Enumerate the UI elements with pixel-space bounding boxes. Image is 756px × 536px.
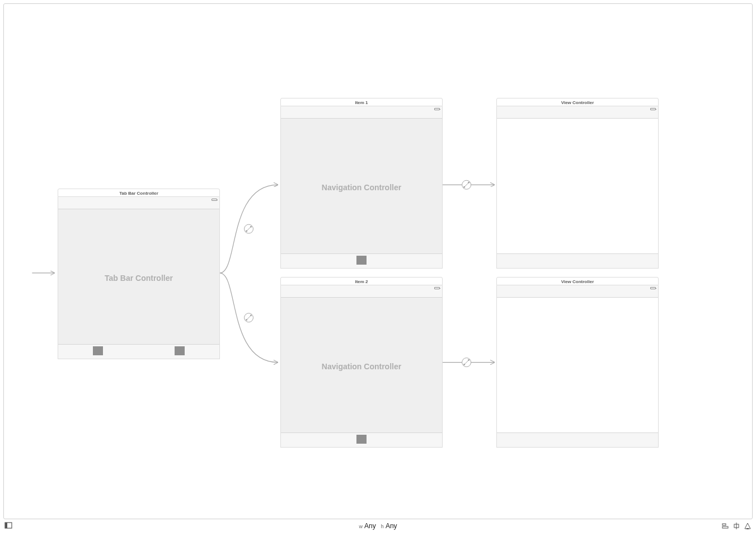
svg-rect-19 xyxy=(722,526,728,528)
svg-marker-22 xyxy=(745,523,750,529)
tab-bar xyxy=(497,253,658,268)
placeholder-label: Tab Bar Controller xyxy=(58,274,219,283)
battery-icon xyxy=(434,287,440,289)
svg-point-6 xyxy=(246,319,247,321)
bottom-toolbar: w Any h Any xyxy=(3,519,753,533)
tab-bar xyxy=(281,253,442,268)
navigation-bar xyxy=(281,106,442,119)
tab-bar xyxy=(58,344,219,359)
align-icon[interactable] xyxy=(721,522,729,530)
document-outline-toggle[interactable] xyxy=(4,521,12,530)
size-class-w-value: Any xyxy=(364,522,376,530)
storyboard-canvas[interactable]: Tab Bar Controller Tab Bar Controller It… xyxy=(3,3,753,519)
svg-point-2 xyxy=(246,231,247,232)
resolve-issues-icon[interactable] xyxy=(744,522,752,530)
size-class-w-prefix: w xyxy=(359,524,363,529)
scene-title[interactable]: Item 2 xyxy=(280,277,443,285)
size-class-h-prefix: h xyxy=(381,524,384,529)
scene-view-controller-2[interactable]: View Controller xyxy=(496,277,659,448)
svg-line-13 xyxy=(464,360,469,365)
svg-point-3 xyxy=(250,226,252,228)
navigation-bar xyxy=(281,285,442,298)
tab-bar xyxy=(497,432,658,447)
svg-rect-17 xyxy=(5,523,7,528)
svg-point-14 xyxy=(463,364,465,365)
svg-point-10 xyxy=(463,186,465,188)
svg-point-4 xyxy=(245,313,253,322)
placeholder-label: Navigation Controller xyxy=(281,183,442,192)
svg-line-9 xyxy=(464,182,469,187)
battery-icon xyxy=(212,199,217,201)
scene-body[interactable]: Navigation Controller xyxy=(280,106,443,269)
status-bar xyxy=(58,197,219,209)
battery-icon xyxy=(434,108,440,110)
tab-item-placeholder[interactable] xyxy=(93,346,103,355)
svg-point-0 xyxy=(245,224,253,233)
svg-point-12 xyxy=(462,358,471,367)
navigation-bar xyxy=(497,285,658,298)
tab-bar xyxy=(281,432,442,447)
svg-rect-18 xyxy=(722,524,726,525)
scene-body[interactable] xyxy=(496,285,659,448)
tab-item-placeholder[interactable] xyxy=(175,346,185,355)
navigation-bar xyxy=(497,106,658,119)
svg-point-11 xyxy=(468,182,469,184)
svg-point-15 xyxy=(468,359,469,361)
scene-navigation-controller-1[interactable]: Item 1 Navigation Controller xyxy=(280,98,443,269)
svg-point-8 xyxy=(462,180,471,189)
scene-title[interactable]: Tab Bar Controller xyxy=(58,189,220,197)
panel-icon xyxy=(4,521,12,529)
scene-tab-bar-controller[interactable]: Tab Bar Controller Tab Bar Controller xyxy=(58,189,220,359)
scene-body[interactable] xyxy=(496,106,659,269)
placeholder-label: Navigation Controller xyxy=(281,362,442,371)
battery-icon xyxy=(650,287,656,289)
scene-title[interactable]: Item 1 xyxy=(280,98,443,106)
tab-item-placeholder[interactable] xyxy=(356,256,367,265)
svg-line-5 xyxy=(247,316,251,320)
size-class-h-value: Any xyxy=(386,522,397,530)
scene-title[interactable]: View Controller xyxy=(496,98,659,106)
pin-icon[interactable] xyxy=(732,522,740,530)
tab-item-placeholder[interactable] xyxy=(356,435,367,444)
svg-point-7 xyxy=(250,314,252,316)
battery-icon xyxy=(650,108,656,110)
scene-body[interactable]: Navigation Controller xyxy=(280,285,443,448)
scene-navigation-controller-2[interactable]: Item 2 Navigation Controller xyxy=(280,277,443,448)
scene-title[interactable]: View Controller xyxy=(496,277,659,285)
svg-line-1 xyxy=(247,227,251,231)
scene-view-controller-1[interactable]: View Controller xyxy=(496,98,659,269)
size-class-control[interactable]: w Any h Any xyxy=(359,522,397,530)
scene-body[interactable]: Tab Bar Controller xyxy=(58,197,220,359)
